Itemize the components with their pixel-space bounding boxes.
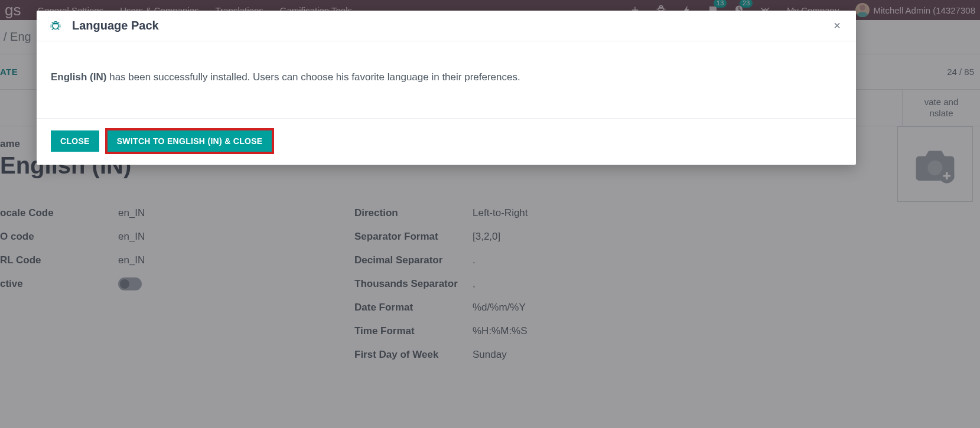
switch-language-button[interactable]: SWITCH TO ENGLISH (IN) & CLOSE [108,130,272,152]
modal-title: Language Pack [72,19,159,32]
installed-message: has been successfully installed. Users c… [106,71,520,83]
modal-close-button[interactable]: × [831,19,843,32]
developer-bug-icon[interactable] [50,20,61,32]
modal-body: English (IN) has been successfully insta… [37,41,856,118]
modal-header: Language Pack × [37,11,856,41]
close-button[interactable]: CLOSE [51,130,99,152]
modal-footer: CLOSE SWITCH TO ENGLISH (IN) & CLOSE [37,118,856,165]
language-pack-modal: Language Pack × English (IN) has been su… [37,11,856,165]
installed-language-name: English (IN) [51,71,106,83]
